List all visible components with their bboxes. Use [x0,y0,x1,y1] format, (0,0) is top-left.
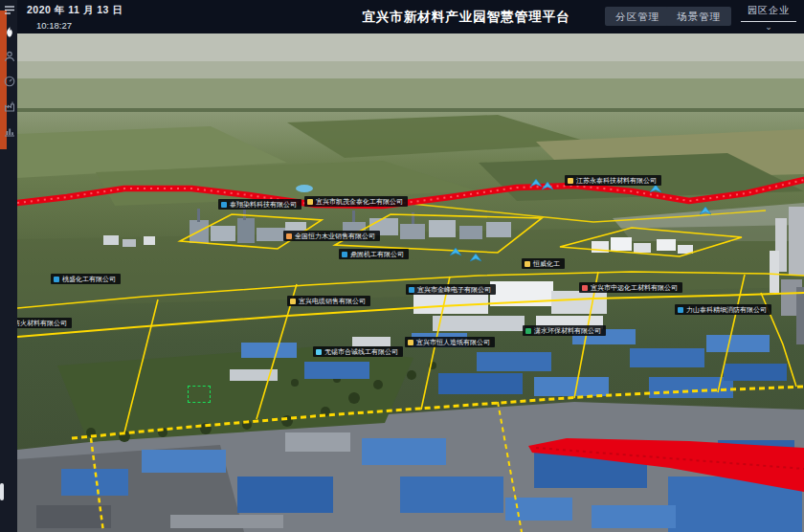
map-label[interactable]: 泰翔染料科技有限公司 [218,199,302,210]
enterprise-name: 泰翔染料科技有限公司 [230,201,297,208]
enterprise-name: 宜兴市金峰电子有限公司 [417,286,491,293]
park-enterprises-dropdown[interactable]: 园区企业 ⌄ [741,4,796,31]
enterprise-category-icon [678,307,683,313]
map-label[interactable]: 宜兴市恒人造纸有限公司 [405,337,495,347]
enterprise-category-icon [307,199,313,205]
highlighted-road [17,180,804,492]
enterprise-category-icon [408,340,413,345]
map-label[interactable]: 潇水环保材料有限公司 [523,325,606,336]
left-sidebar [0,0,17,532]
map-label[interactable]: 恒威化工 [522,258,565,269]
menu-icon[interactable] [4,4,15,15]
flame-icon[interactable] [4,26,15,37]
enterprise-name: 鼎固机工有限公司 [350,251,404,257]
enterprise-category-icon [342,252,347,257]
datetime-block: 2020 年 11 月 13 日 10:18:27 [27,4,123,31]
gauge-icon[interactable] [4,76,15,87]
page-title: 宜兴市新材料产业园智慧管理平台 [362,9,570,26]
drone-marker-icon[interactable] [530,175,542,185]
drone-marker-icon[interactable] [470,250,481,259]
enterprise-category-icon [316,349,322,355]
enterprise-name: 力山泰科精细消防有限公司 [686,306,767,313]
map-label[interactable]: 江苏永泰科技材料有限公司 [565,175,661,186]
enterprise-category-icon [54,277,59,282]
enterprise-name: 恒威化工 [533,260,560,267]
factory-icon[interactable] [4,100,15,112]
enterprise-category-icon [221,202,227,208]
bar-chart-icon[interactable] [4,125,15,137]
enterprise-category-icon [582,285,588,291]
chevron-down-icon: ⌄ [741,23,796,31]
map-scenery [17,33,804,532]
sidebar-scroll-indicator[interactable] [0,483,4,500]
enterprise-name: 无锡市合诚线工有限公司 [324,348,398,355]
map-label[interactable]: 桃盛化工有限公司 [51,274,121,284]
person-icon[interactable] [4,51,15,62]
road-network-overlay [17,204,804,532]
map-label[interactable]: 宜兴电缆销售有限公司 [287,296,370,306]
map-3d-view[interactable]: 泰翔染料科技有限公司宜兴市凯茂金泰化工有限公司江苏永泰科技材料有限公司全国恒力木… [17,33,804,532]
enterprise-name: 江苏永泰科技材料有限公司 [576,177,657,184]
current-date: 2020 年 11 月 13 日 [27,4,123,17]
enterprise-category-icon [525,328,531,334]
enterprise-name: 潇水环保材料有限公司 [534,327,601,334]
map-label[interactable]: 力山泰科精细消防有限公司 [675,304,771,315]
enterprise-name: 宜兴市凯茂金泰化工有限公司 [316,198,403,205]
enterprise-name: 桃盛化工有限公司 [62,276,116,282]
map-label[interactable]: 宜兴市凯茂金泰化工有限公司 [304,196,408,207]
map-label[interactable]: 鼎固机工有限公司 [339,249,409,259]
enterprise-name: 宜兴市恒人造纸有限公司 [416,339,490,345]
enterprise-category-icon [568,178,573,184]
map-label[interactable]: 宜兴市金峰电子有限公司 [406,284,496,295]
zone-management-button[interactable]: 分区管理 [605,7,670,26]
enterprise-category-icon [525,261,530,267]
enterprise-category-icon [290,299,296,304]
map-label[interactable]: 宜兴市中远化工材料有限公司 [579,282,682,293]
current-time: 10:18:27 [36,20,123,31]
scene-management-button[interactable]: 场景管理 [666,7,731,26]
park-enterprises-label: 园区企业 [741,4,796,17]
map-label[interactable]: 无锡市合诚线工有限公司 [313,346,403,357]
top-bar: 2020 年 11 月 13 日 10:18:27 宜兴市新材料产业园智慧管理平… [0,0,804,33]
selection-box [188,386,211,403]
enterprise-name: 兴顺防火材料有限公司 [17,320,67,326]
enterprise-name: 全国恒力木业销售有限公司 [295,233,375,239]
drone-marker-icon[interactable] [450,244,461,254]
drone-marker-icon[interactable] [542,178,553,188]
enterprise-name: 宜兴市中远化工材料有限公司 [591,284,678,291]
map-label[interactable]: 兴顺防火材料有限公司 [17,318,72,328]
enterprise-category-icon [409,287,414,293]
drone-marker-icon[interactable] [700,203,711,212]
enterprise-name: 宜兴电缆销售有限公司 [299,298,366,304]
enterprise-category-icon [286,233,292,239]
map-label[interactable]: 全国恒力木业销售有限公司 [283,231,380,241]
